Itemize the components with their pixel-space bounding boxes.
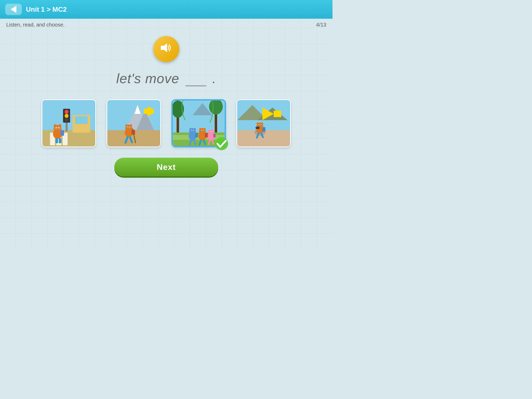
svg-point-13 [65,118,69,122]
svg-point-78 [212,132,213,133]
svg-point-11 [65,110,69,114]
svg-point-106 [258,127,259,128]
instruction-bar: Listen, read, and choose. 4/13 [0,19,332,31]
header: Unit 1 > MC2 [0,0,332,19]
svg-point-21 [59,124,61,128]
svg-point-95 [258,125,259,126]
svg-point-79 [208,130,210,132]
progress-indicator: 4/13 [316,22,326,28]
question-container: let's move . [116,70,216,86]
question-text-before: let's move [116,71,179,86]
svg-marker-1 [164,43,167,52]
choice-1[interactable] [42,99,96,147]
instruction-text: Listen, read, and choose. [6,22,65,28]
header-title: Unit 1 > MC2 [26,5,67,14]
svg-point-80 [212,130,214,132]
choice-3[interactable] [171,99,226,147]
svg-rect-23 [56,138,58,143]
svg-rect-22 [61,130,64,136]
choice-2-image [107,100,160,147]
svg-point-58 [194,128,196,131]
svg-point-66 [201,130,202,131]
main-content: let's move . [0,31,332,176]
next-button[interactable]: Next [114,158,218,176]
svg-rect-8 [75,116,88,124]
svg-rect-59 [195,133,198,137]
svg-point-105 [256,127,257,128]
svg-point-36 [130,127,131,128]
back-arrow-icon [11,6,16,13]
choice-4-image [237,100,290,147]
svg-point-68 [199,128,201,131]
audio-button[interactable] [153,36,179,62]
choice-4[interactable] [236,99,291,147]
svg-rect-70 [205,133,208,137]
svg-rect-0 [161,46,164,50]
svg-point-19 [58,128,59,129]
svg-point-98 [261,122,263,125]
svg-point-67 [203,130,204,131]
speaker-icon [160,41,173,57]
svg-point-18 [56,128,57,129]
choices-row [42,99,291,147]
svg-point-55 [191,130,192,131]
svg-point-12 [65,114,69,118]
back-button[interactable] [5,4,22,15]
svg-point-20 [54,124,56,128]
question-blank [185,70,206,86]
question-text-after: . [212,71,216,86]
svg-point-57 [189,128,191,131]
svg-point-38 [130,124,132,127]
svg-point-77 [209,132,210,133]
correct-checkmark [215,137,229,151]
svg-point-96 [261,125,262,126]
svg-point-97 [257,122,259,125]
svg-point-56 [194,130,195,131]
svg-rect-24 [59,138,61,143]
svg-rect-99 [262,127,265,131]
svg-point-37 [125,124,128,127]
choice-1-image [42,100,95,147]
svg-point-69 [204,128,206,131]
svg-point-35 [127,127,128,128]
choice-2[interactable] [107,99,161,147]
